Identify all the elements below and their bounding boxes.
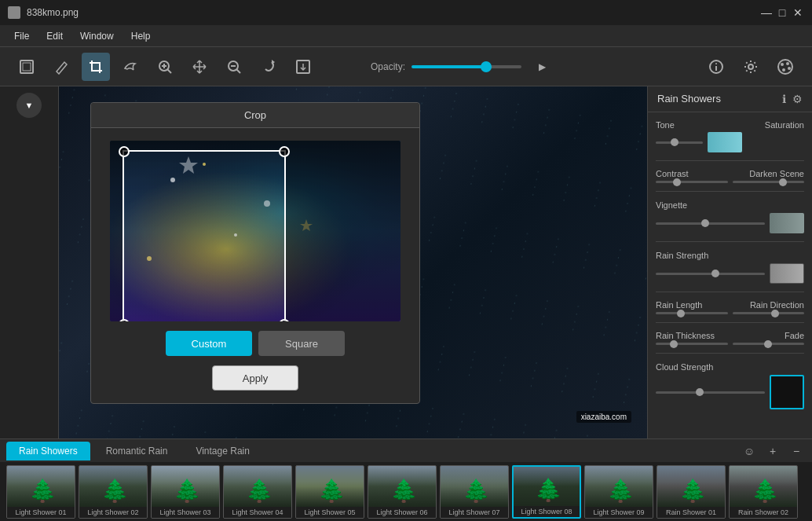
tab-romantic-rain[interactable]: Romantic Rain xyxy=(93,442,181,460)
filmstrip-item-4[interactable]: 🌲 Light Shower 04 xyxy=(223,465,292,519)
menu-edit[interactable]: Edit xyxy=(38,28,71,45)
tree-icon: 🌲 xyxy=(679,480,703,504)
saturation-preview xyxy=(708,132,742,152)
rain-length-slider[interactable] xyxy=(656,312,728,314)
film-item-label: Light Shower 02 xyxy=(79,507,147,518)
filmstrip-item-7[interactable]: 🌲 Light Shower 07 xyxy=(440,465,509,519)
window-title: 838kmo.png xyxy=(27,7,79,18)
vignette-slider[interactable] xyxy=(656,222,765,225)
rain-thickness-fade-section: Rain Thickness Fade xyxy=(656,331,804,345)
tree-icon: 🌲 xyxy=(463,480,486,504)
filmstrip-add-btn[interactable]: + xyxy=(763,442,782,460)
filmstrip-item-9[interactable]: 🌲 Light Shower 09 xyxy=(584,465,653,519)
filmstrip-item-11[interactable]: 🌲 Rain Shower 02 xyxy=(729,465,798,519)
opacity-slider[interactable] xyxy=(411,65,521,68)
maximize-button[interactable]: □ xyxy=(776,6,788,19)
info-icon[interactable]: ℹ xyxy=(782,93,786,105)
vignette-label: Vignette xyxy=(656,200,687,210)
tone-slider[interactable] xyxy=(656,141,703,144)
right-panel-header-icons: ℹ ⚙ xyxy=(782,93,803,105)
tab-vintage-rain[interactable]: Vintage Rain xyxy=(183,442,262,460)
cloud-strength-slider[interactable] xyxy=(656,391,765,394)
crop-custom-button[interactable]: Custom xyxy=(166,331,252,356)
tool-export[interactable] xyxy=(289,53,317,81)
tool-frame[interactable] xyxy=(13,53,41,81)
menu-help[interactable]: Help xyxy=(123,28,159,45)
rain-direction-slider[interactable] xyxy=(733,312,805,314)
vignette-preview xyxy=(770,213,804,233)
svg-point-16 xyxy=(778,60,792,74)
minimize-button[interactable]: — xyxy=(760,6,773,19)
right-panel: Rain Showers ℹ ⚙ Tone Saturation xyxy=(647,86,812,438)
rain-thickness-label: Rain Thickness xyxy=(656,331,715,340)
filmstrip-item-1[interactable]: 🌲 Light Shower 01 xyxy=(6,465,75,519)
vignette-thumb xyxy=(701,219,709,227)
fade-slider[interactable] xyxy=(733,343,805,345)
tree-icon: 🌲 xyxy=(246,480,269,504)
film-item-label: Light Shower 01 xyxy=(7,507,75,518)
filmstrip-item-3[interactable]: 🌲 Light Shower 03 xyxy=(151,465,220,519)
tool-bird[interactable] xyxy=(116,53,144,81)
film-item-label: Light Shower 05 xyxy=(296,507,364,518)
filmstrip-remove-btn[interactable]: − xyxy=(787,442,806,460)
filmstrip-item-2[interactable]: 🌲 Light Shower 02 xyxy=(79,465,148,519)
menu-window[interactable]: Window xyxy=(72,28,122,45)
toolbar-right xyxy=(702,53,799,81)
crop-handle-topright[interactable] xyxy=(279,146,290,157)
close-button[interactable]: ✕ xyxy=(792,6,804,19)
tool-redo[interactable] xyxy=(254,53,283,81)
rain-strength-slider[interactable] xyxy=(656,273,765,275)
tool-crop[interactable] xyxy=(82,53,110,81)
rain-strength-preview xyxy=(770,263,804,284)
crop-dialog-content: Custom Square Apply xyxy=(91,128,419,403)
filmstrip-item-8[interactable]: 🌲 Light Shower 08 xyxy=(512,465,581,519)
rain-length-label: Rain Length xyxy=(656,300,702,310)
divider-3 xyxy=(656,241,804,242)
film-item-label: Rain Shower 02 xyxy=(730,507,797,518)
tool-info[interactable] xyxy=(702,53,730,81)
filmstrip-controls: ☺ + − xyxy=(740,442,806,460)
svg-point-17 xyxy=(781,63,784,66)
bottom-tabs: Rain Showers Romantic Rain Vintage Rain … xyxy=(0,438,812,462)
tab-rain-showers[interactable]: Rain Showers xyxy=(6,442,90,460)
rain-thickness-slider[interactable] xyxy=(656,343,728,345)
rain-thickness-thumb xyxy=(670,340,678,348)
menu-file[interactable]: File xyxy=(6,28,37,45)
expand-right-btn[interactable]: ▶ xyxy=(528,53,556,81)
rain-length-direction-section: Rain Length Rain Direction xyxy=(656,300,804,314)
opacity-control: Opacity: ▶ xyxy=(371,53,556,81)
tool-zoom-in[interactable] xyxy=(151,53,179,81)
fade-thumb xyxy=(764,340,772,348)
crop-handle-topleft[interactable] xyxy=(119,146,130,157)
crop-square-button[interactable]: Square xyxy=(258,331,345,356)
tool-zoom-out[interactable] xyxy=(220,53,248,81)
rain-strength-thumb xyxy=(711,270,719,277)
tool-retouch[interactable] xyxy=(47,53,75,81)
settings-icon[interactable]: ⚙ xyxy=(792,93,803,105)
filmstrip-item-5[interactable]: 🌲 Light Shower 05 xyxy=(295,465,364,519)
svg-point-19 xyxy=(788,67,791,70)
crop-apply-button[interactable]: Apply xyxy=(212,365,298,391)
title-bar-controls: — □ ✕ xyxy=(760,6,804,19)
tool-move[interactable] xyxy=(185,53,214,81)
tree-icon: 🌲 xyxy=(752,480,775,504)
tree-icon: 🌲 xyxy=(101,480,125,504)
crop-dialog: Crop xyxy=(90,102,420,404)
crop-handle-bottomleft[interactable] xyxy=(119,319,130,321)
tone-label: Tone xyxy=(656,120,714,130)
collapse-filmstrip-btn[interactable]: ▼ xyxy=(16,93,42,118)
filmstrip-face-btn[interactable]: ☺ xyxy=(740,442,759,460)
contrast-slider[interactable] xyxy=(656,181,728,183)
filmstrip-item-10[interactable]: 🌲 Rain Shower 01 xyxy=(657,465,726,519)
tool-palette[interactable] xyxy=(771,53,799,81)
svg-point-14 xyxy=(715,63,717,64)
film-item-label: Rain Shower 01 xyxy=(657,507,725,518)
crop-selection-box[interactable] xyxy=(123,150,286,321)
darken-slider[interactable] xyxy=(733,181,805,183)
cloud-strength-thumb xyxy=(696,388,704,396)
tool-settings[interactable] xyxy=(737,53,765,81)
filmstrip-item-6[interactable]: 🌲 Light Shower 06 xyxy=(368,465,437,519)
title-bar: 838kmo.png — □ ✕ xyxy=(0,0,812,25)
svg-point-18 xyxy=(786,62,789,65)
opacity-label: Opacity: xyxy=(371,61,405,72)
